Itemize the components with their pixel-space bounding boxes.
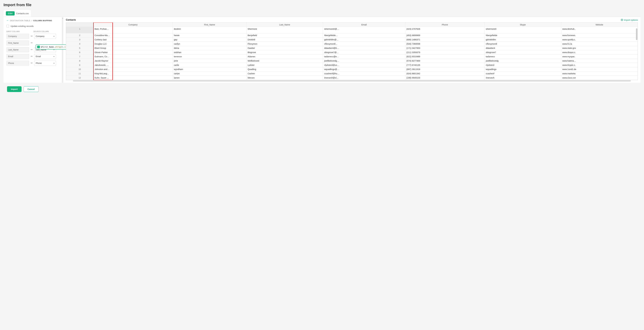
- table-cell[interactable]: gdrinkhillm@…: [323, 37, 405, 42]
- table-cell[interactable]: Jacobi-Raynor: [93, 59, 172, 63]
- table-cell[interactable]: gdrinkhillm: [484, 37, 561, 42]
- row-number[interactable]: 5: [66, 46, 94, 50]
- row-number[interactable]: 7: [66, 54, 94, 59]
- table-cell[interactable]: www.51.la: [561, 42, 638, 46]
- column-header[interactable]: First_Name: [173, 23, 246, 27]
- table-cell[interactable]: (574) 8277469: [405, 59, 484, 63]
- table-cell[interactable]: Shermore: [246, 27, 323, 33]
- import-options-link[interactable]: Import options: [621, 19, 638, 21]
- row-number[interactable]: 12: [66, 76, 94, 80]
- table-cell[interactable]: (211) 3359379: [405, 50, 484, 54]
- row-number[interactable]: 8: [66, 59, 94, 63]
- table-cell[interactable]: iamev: [173, 76, 246, 80]
- source-column-select[interactable]: Email▾: [34, 54, 56, 59]
- table-cell[interactable]: (777) 6740135: [405, 63, 484, 67]
- table-cell[interactable]: wquadlingo: [484, 67, 561, 71]
- table-cell[interactable]: Batz, Prohas…: [93, 27, 172, 33]
- table-cell[interactable]: ddawber4: [484, 46, 561, 50]
- grist-column-field[interactable]: Last_Name: [6, 47, 29, 52]
- table-cell[interactable]: hbenjefielde…: [323, 33, 405, 37]
- column-header[interactable]: Email: [323, 23, 405, 27]
- table-cell[interactable]: www.disqus.c.: [561, 50, 638, 54]
- table-cell[interactable]: ishermore0@…: [323, 27, 405, 33]
- table-cell[interactable]: Dawber: [246, 46, 323, 50]
- row-number[interactable]: 6: [66, 50, 94, 54]
- table-cell[interactable]: www.cisco.cor: [561, 76, 638, 80]
- table-cell[interactable]: Adamec: [246, 54, 323, 59]
- table-row[interactable]: 11King-McLaug…carlyeCashenccashenf@hu…(9…: [66, 71, 638, 76]
- table-cell[interactable]: Gutmann, Co…: [93, 54, 172, 59]
- grist-column-field[interactable]: First_Name: [6, 40, 29, 45]
- source-column-select[interactable]: Company▾: [34, 34, 56, 39]
- table-row[interactable]: 6Glover-ParkersiobhanBisgrovesbisgrove7@…: [66, 50, 638, 54]
- table-cell[interactable]: Considine-Ma…: [93, 33, 172, 37]
- table-cell[interactable]: (423) 2707626: [405, 27, 484, 33]
- resize-handle[interactable]: ▴: [62, 17, 63, 83]
- table-cell[interactable]: Ebert Group: [93, 46, 172, 50]
- table-row[interactable]: 7Gutmann, Co…terrenceAdamectadamecc@e…(6…: [66, 54, 638, 59]
- table-row[interactable]: 12Kuhn. Sauer …iamevMersevimersevh@sl…(1…: [66, 76, 638, 80]
- table-cell[interactable]: Fitzsymon: [246, 42, 323, 46]
- table-cell[interactable]: www.state.gov: [561, 46, 638, 50]
- table-cell[interactable]: ishermore0: [484, 27, 561, 33]
- table-cell[interactable]: jorie: [173, 59, 246, 63]
- table-cell[interactable]: Mersev: [246, 76, 323, 80]
- source-column-select[interactable]: Phone▾: [34, 61, 56, 66]
- table-row[interactable]: 10Johnston and…wyndhamQuadlingwquadlingo…: [66, 67, 638, 71]
- table-cell[interactable]: wyndham: [173, 67, 246, 71]
- update-existing-checkbox[interactable]: [6, 25, 9, 27]
- table-row[interactable]: 9Jakubowski, …carlieLydsterclydsterd@us……: [66, 63, 638, 67]
- table-cell[interactable]: carlye: [173, 71, 246, 76]
- table-cell[interactable]: Wellbeloved: [246, 59, 323, 63]
- table-cell[interactable]: www.myspac.: [561, 54, 638, 59]
- row-number[interactable]: 2: [66, 33, 94, 37]
- table-cell[interactable]: terrence: [173, 54, 246, 59]
- table-cell[interactable]: cfitzsymon8: [484, 42, 561, 46]
- column-header[interactable]: Company: [93, 23, 172, 27]
- table-cell[interactable]: (453) 6899969: [405, 33, 484, 37]
- table-cell[interactable]: ibrahim: [173, 27, 246, 33]
- table-cell[interactable]: www.devhub..: [561, 27, 638, 33]
- table-row[interactable]: 5Ebert GroupdeinaDawberddawber4@ti…(171)…: [66, 46, 638, 50]
- table-cell[interactable]: Cashen: [246, 71, 323, 76]
- import-button[interactable]: Import: [7, 86, 22, 92]
- table-cell[interactable]: King-McLaug…: [93, 71, 172, 76]
- horizontal-scrollbar[interactable]: [73, 80, 631, 82]
- row-number[interactable]: 3: [66, 37, 94, 42]
- table-cell[interactable]: gay: [173, 37, 246, 42]
- grist-column-field[interactable]: Company: [6, 34, 29, 39]
- file-tab[interactable]: CSV Contacts.csv: [4, 10, 31, 17]
- table-cell[interactable]: imersevh@sl…: [323, 76, 405, 80]
- table-cell[interactable]: Kuhn. Sauer …: [93, 76, 172, 80]
- table-row[interactable]: 1Batz, Prohas…ibrahimShermoreishermore0@…: [66, 27, 638, 33]
- table-cell[interactable]: hewie: [173, 33, 246, 37]
- table-cell[interactable]: Benjefield: [246, 33, 323, 37]
- table-cell[interactable]: Johnston and…: [93, 67, 172, 71]
- row-number[interactable]: 10: [66, 67, 94, 71]
- table-cell[interactable]: (699) 1486371: [405, 37, 484, 42]
- table-cell[interactable]: ccashenf: [484, 71, 561, 76]
- table-row[interactable]: 8Jacobi-RaynorjorieWellbelovedjwellbelov…: [66, 59, 638, 63]
- row-number[interactable]: 1: [66, 27, 94, 33]
- table-cell[interactable]: www.marketw.: [561, 71, 638, 76]
- table-row[interactable]: 3Corkery-JastgayDrinkhillgdrinkhillm@…(6…: [66, 37, 638, 42]
- table-cell[interactable]: clydsterd@us…: [323, 63, 405, 67]
- table-cell[interactable]: siobhan: [173, 50, 246, 54]
- table-cell[interactable]: carlie: [173, 63, 246, 67]
- cancel-button[interactable]: Cancel: [24, 86, 39, 92]
- table-cell[interactable]: www.tinypic.c.: [561, 63, 638, 67]
- grist-column-field[interactable]: Email: [6, 54, 29, 59]
- table-cell[interactable]: (199) 9949103: [405, 76, 484, 80]
- table-cell[interactable]: ccashenf@hu…: [323, 71, 405, 76]
- column-header[interactable]: Website: [561, 23, 638, 27]
- table-cell[interactable]: Drinkhill: [246, 37, 323, 42]
- table-cell[interactable]: Corkery-Jast: [93, 37, 172, 42]
- table-cell[interactable]: (924) 8601342: [405, 71, 484, 76]
- table-cell[interactable]: deina: [173, 46, 246, 50]
- table-cell[interactable]: www.foxnews.: [561, 33, 638, 37]
- table-cell[interactable]: www.hatena…: [561, 59, 638, 63]
- back-arrow-icon[interactable]: ←: [6, 19, 9, 22]
- table-cell[interactable]: wquadlingo@…: [323, 67, 405, 71]
- table-cell[interactable]: imersevh: [484, 76, 561, 80]
- row-number[interactable]: 9: [66, 63, 94, 67]
